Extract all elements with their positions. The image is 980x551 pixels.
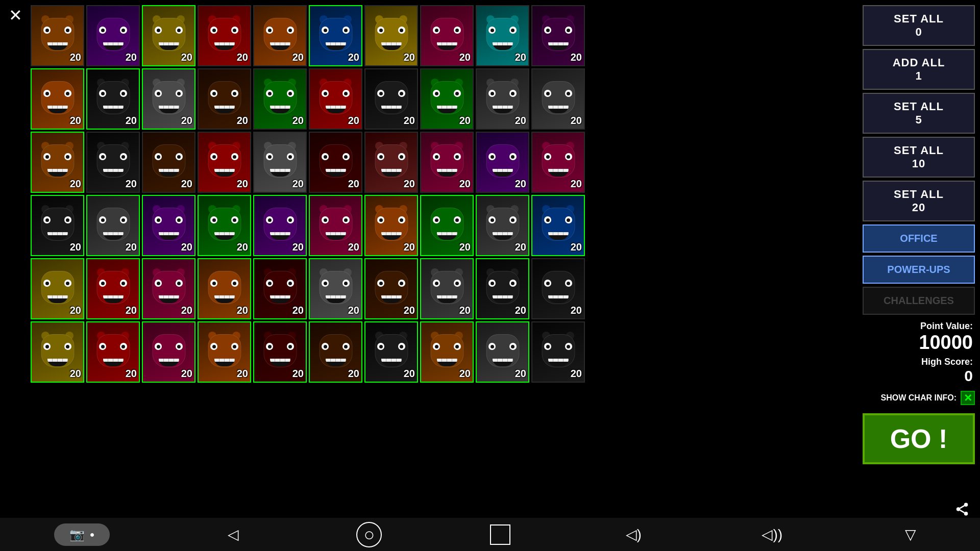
character-cell-20[interactable]: 20: [531, 68, 585, 130]
character-cell-44[interactable]: 20: [198, 258, 251, 319]
character-cell-3[interactable]: 20: [142, 5, 195, 66]
character-cell-48[interactable]: 20: [420, 258, 474, 319]
level-badge: 20: [348, 368, 359, 380]
character-cell-24[interactable]: 20: [198, 132, 251, 193]
character-cell-28[interactable]: 20: [420, 132, 474, 193]
level-badge: 20: [70, 52, 81, 63]
character-cell-22[interactable]: 20: [86, 132, 140, 193]
character-cell-18[interactable]: 20: [420, 68, 474, 130]
svg-line-4: [960, 506, 965, 508]
character-cell-1[interactable]: 20: [31, 5, 84, 66]
character-cell-31[interactable]: 20: [31, 195, 84, 256]
set-all-0-button[interactable]: SET ALL0: [863, 5, 975, 46]
character-cell-16[interactable]: 20: [309, 68, 362, 130]
vol-down-button[interactable]: ◁): [618, 522, 649, 547]
character-cell-29[interactable]: 20: [476, 132, 529, 193]
character-cell-37[interactable]: 20: [364, 195, 418, 256]
character-cell-55[interactable]: 20: [253, 321, 307, 383]
character-cell-19[interactable]: 20: [476, 68, 529, 130]
character-cell-15[interactable]: 20: [253, 68, 307, 130]
level-badge: 20: [515, 305, 526, 316]
set-all-20-button[interactable]: SET ALL20: [863, 181, 975, 221]
powerups-tab[interactable]: POWER-UPS: [863, 256, 975, 284]
high-score-section: High Score: 0: [863, 357, 975, 385]
character-cell-11[interactable]: 20: [31, 68, 84, 130]
character-cell-13[interactable]: 20: [142, 68, 195, 130]
level-badge: 20: [348, 52, 359, 63]
character-cell-10[interactable]: 20: [531, 5, 585, 66]
add-all-1-button[interactable]: ADD ALL1: [863, 49, 975, 90]
character-cell-43[interactable]: 20: [142, 258, 195, 319]
character-cell-23[interactable]: 20: [142, 132, 195, 193]
level-badge: 20: [404, 52, 415, 63]
character-cell-34[interactable]: 20: [198, 195, 251, 256]
character-cell-33[interactable]: 20: [142, 195, 195, 256]
level-badge: 20: [126, 178, 137, 190]
vol-up-button[interactable]: ◁)): [757, 522, 788, 547]
close-button[interactable]: ✕: [5, 5, 26, 26]
character-cell-8[interactable]: 20: [420, 5, 474, 66]
character-grid: 2020202020202020202020202020202020202020…: [31, 5, 592, 383]
back-button[interactable]: ◁: [218, 522, 249, 547]
character-cell-41[interactable]: 20: [31, 258, 84, 319]
character-cell-5[interactable]: 20: [253, 5, 307, 66]
character-cell-6[interactable]: 20: [309, 5, 362, 66]
character-cell-14[interactable]: 20: [198, 68, 251, 130]
character-cell-21[interactable]: 20: [31, 132, 84, 193]
character-cell-40[interactable]: 20: [531, 195, 585, 256]
character-cell-52[interactable]: 20: [86, 321, 140, 383]
character-cell-54[interactable]: 20: [198, 321, 251, 383]
character-cell-51[interactable]: 20: [31, 321, 84, 383]
character-cell-58[interactable]: 20: [420, 321, 474, 383]
character-cell-57[interactable]: 20: [364, 321, 418, 383]
recents-button[interactable]: [490, 524, 510, 545]
character-cell-25[interactable]: 20: [253, 132, 307, 193]
character-cell-2[interactable]: 20: [86, 5, 140, 66]
level-badge: 20: [404, 241, 415, 253]
character-cell-17[interactable]: 20: [364, 68, 418, 130]
character-cell-60[interactable]: 20: [531, 321, 585, 383]
character-cell-26[interactable]: 20: [309, 132, 362, 193]
character-cell-4[interactable]: 20: [198, 5, 251, 66]
character-cell-49[interactable]: 20: [476, 258, 529, 319]
level-badge: 20: [292, 52, 304, 63]
character-cell-27[interactable]: 20: [364, 132, 418, 193]
level-badge: 20: [126, 305, 137, 316]
character-cell-36[interactable]: 20: [309, 195, 362, 256]
character-cell-47[interactable]: 20: [364, 258, 418, 319]
level-badge: 20: [515, 241, 526, 253]
point-value-section: Point Value: 10000: [863, 321, 975, 354]
level-badge: 20: [181, 178, 192, 190]
character-cell-46[interactable]: 20: [309, 258, 362, 319]
level-badge: 20: [459, 368, 471, 380]
camera-dot: ●: [90, 530, 95, 539]
level-badge: 20: [292, 305, 304, 316]
office-tab[interactable]: OFFICE: [863, 224, 975, 253]
character-cell-35[interactable]: 20: [253, 195, 307, 256]
go-button[interactable]: GO !: [863, 413, 975, 464]
character-cell-7[interactable]: 20: [364, 5, 418, 66]
menu-button[interactable]: ▽: [895, 522, 926, 547]
level-badge: 20: [571, 305, 582, 316]
level-badge: 20: [70, 241, 81, 253]
set-all-5-button[interactable]: SET ALL5: [863, 93, 975, 134]
character-cell-42[interactable]: 20: [86, 258, 140, 319]
character-cell-30[interactable]: 20: [531, 132, 585, 193]
set-all-10-button[interactable]: SET ALL10: [863, 137, 975, 178]
character-cell-39[interactable]: 20: [476, 195, 529, 256]
level-badge: 20: [571, 115, 582, 127]
character-cell-32[interactable]: 20: [86, 195, 140, 256]
level-badge: 20: [70, 305, 81, 316]
character-cell-38[interactable]: 20: [420, 195, 474, 256]
character-cell-56[interactable]: 20: [309, 321, 362, 383]
home-button[interactable]: ○: [356, 522, 382, 547]
level-badge: 20: [515, 52, 526, 63]
character-cell-45[interactable]: 20: [253, 258, 307, 319]
character-cell-12[interactable]: 20: [86, 68, 140, 130]
camera-button[interactable]: 📷 ●: [54, 523, 110, 546]
show-char-info-checkbox[interactable]: ✕: [961, 391, 975, 405]
character-cell-53[interactable]: 20: [142, 321, 195, 383]
character-cell-9[interactable]: 20: [476, 5, 529, 66]
character-cell-59[interactable]: 20: [476, 321, 529, 383]
character-cell-50[interactable]: 20: [531, 258, 585, 319]
